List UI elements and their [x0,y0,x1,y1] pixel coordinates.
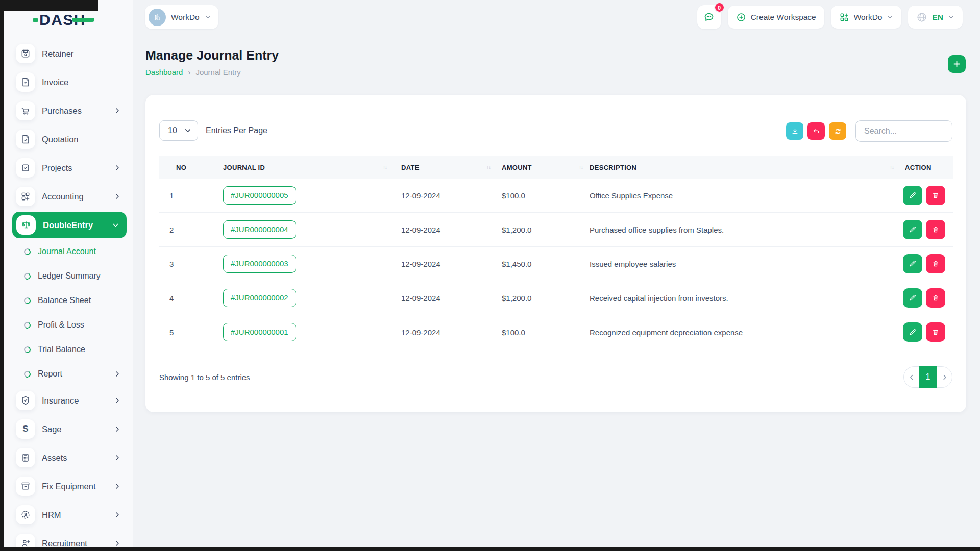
journal-id-badge[interactable]: #JUR000000001 [223,323,296,341]
chevron-right-icon [114,107,121,114]
column-header-date[interactable]: DATE↑↓ [393,164,493,171]
breadcrumb-dashboard-link[interactable]: Dashboard [145,68,183,77]
undo-icon [812,127,821,136]
messages-badge: 0 [714,2,725,13]
hrm-icon [16,505,35,524]
table-toolbar [786,120,952,142]
sidebar-item-accounting[interactable]: Accounting [16,182,124,211]
table-row: 1 #JUR000000005 12-09-2024 $100.0 Office… [159,179,953,213]
chat-icon [703,11,715,23]
chevron-right-icon [941,374,948,381]
edit-button[interactable] [903,186,922,205]
search-input[interactable] [855,120,952,142]
logo-accent-dot [33,18,38,22]
chevron-left-icon [909,374,915,381]
pagination-page-1[interactable]: 1 [919,366,937,388]
edit-button[interactable] [903,254,922,273]
chevron-right-icon [114,193,121,200]
sidebar-subitem-label: Report [38,369,62,379]
pencil-icon [909,328,917,336]
edit-button[interactable] [903,288,922,308]
journal-id-badge[interactable]: #JUR000000002 [223,289,296,307]
sidebar-item-double-entry[interactable]: DoubleEntry [12,212,127,238]
sidebar-item-insurance[interactable]: Insurance [16,386,124,415]
entries-summary: Showing 1 to 5 of 5 entries [159,373,250,382]
sidebar-item-label: Insurance [42,396,79,406]
pagination-prev-button[interactable] [903,366,919,388]
sidebar-item-label: Projects [42,163,72,173]
column-header-journal-id[interactable]: JOURNAL ID↑↓ [218,164,393,171]
sidebar-item-purchases[interactable]: Purchases [16,96,124,125]
edit-button[interactable] [903,220,922,239]
chevron-right-icon [114,370,121,378]
breadcrumb: Dashboard › Journal Entry [145,68,241,77]
grid-plus-icon [839,12,849,22]
trash-icon [932,294,940,302]
bullet-icon [23,247,32,256]
journal-entry-card: 10 Entries Per Page NO JOURNAL ID↑↓ DATE… [145,95,966,412]
sidebar-item-retainer[interactable]: Retainer [16,39,124,68]
language-selector[interactable]: EN [908,6,963,29]
language-code: EN [932,13,943,22]
trash-icon [932,191,940,199]
sidebar-subitem-profit-loss[interactable]: Profit & Loss [16,313,124,337]
logo-accent-bar [72,18,94,22]
delete-button[interactable] [926,186,945,205]
delete-button[interactable] [926,220,945,239]
pencil-icon [909,260,917,268]
sidebar-item-sage[interactable]: S Sage [16,415,124,443]
journal-id-badge[interactable]: #JUR000000003 [223,255,296,273]
sidebar-subitem-ledger-summary[interactable]: Ledger Summary [16,264,124,288]
plus-icon [952,60,961,68]
delete-button[interactable] [926,254,945,273]
column-header-description[interactable]: DESCRIPTION↑↓ [587,164,901,171]
cell-actions [901,220,953,239]
pagination-next-button[interactable] [937,366,952,388]
table-body: 1 #JUR000000005 12-09-2024 $100.0 Office… [159,179,953,349]
entries-per-page-select[interactable]: 10 [159,120,198,141]
sidebar-subitem-report[interactable]: Report [16,362,124,386]
app-switcher-label: WorkDo [854,13,883,22]
add-journal-entry-button[interactable] [948,55,966,73]
journal-id-badge[interactable]: #JUR000000004 [223,220,296,239]
refresh-button[interactable] [829,122,846,140]
edit-button[interactable] [903,322,922,342]
assets-icon [16,448,35,467]
cell-amount: $1,450.0 [493,260,587,268]
cell-amount: $100.0 [493,191,587,200]
create-workspace-button[interactable]: Create Workspace [728,6,824,29]
sidebar-subitem-journal-account[interactable]: Journal Account [16,239,124,264]
create-workspace-label: Create Workspace [751,13,816,22]
export-button[interactable] [786,122,803,140]
sidebar-item-fix-equipment[interactable]: Fix Equipment [16,472,124,500]
column-header-amount[interactable]: AMOUNT↑↓ [493,164,587,171]
cell-no: 3 [159,260,218,268]
retainer-icon [16,44,35,63]
sidebar-item-label: Sage [42,424,62,434]
sidebar-item-label: DoubleEntry [43,220,93,230]
workspace-selector[interactable]: WorkDo [145,5,218,29]
column-header-no: NO [159,164,218,171]
insurance-icon [16,391,35,410]
cell-description: Purchased office supplies from Staples. [587,226,901,234]
delete-button[interactable] [926,288,945,308]
sidebar-item-label: Quotation [42,135,79,144]
breadcrumb-current: Journal Entry [195,68,240,77]
sidebar-item-label: Retainer [42,49,74,59]
sidebar-item-quotation[interactable]: Quotation [16,125,124,154]
undo-button[interactable] [807,122,825,140]
journal-id-badge[interactable]: #JUR000000005 [223,186,296,205]
table-row: 4 #JUR000000002 12-09-2024 $1,200.0 Rece… [159,281,953,315]
sidebar-item-projects[interactable]: Projects [16,154,124,182]
cell-no: 5 [159,328,218,337]
sidebar-subitem-trial-balance[interactable]: Trial Balance [16,337,124,362]
messages-button[interactable]: 0 [697,5,721,29]
sidebar-item-hrm[interactable]: HRM [16,500,124,529]
delete-button[interactable] [926,322,945,342]
sidebar-item-invoice[interactable]: Invoice [16,68,124,96]
sidebar-item-assets[interactable]: Assets [16,443,124,472]
sidebar-subitem-balance-sheet[interactable]: Balance Sheet [16,288,124,313]
app-switcher-button[interactable]: WorkDo [831,6,902,29]
refresh-icon [834,127,842,136]
cell-no: 4 [159,294,218,303]
